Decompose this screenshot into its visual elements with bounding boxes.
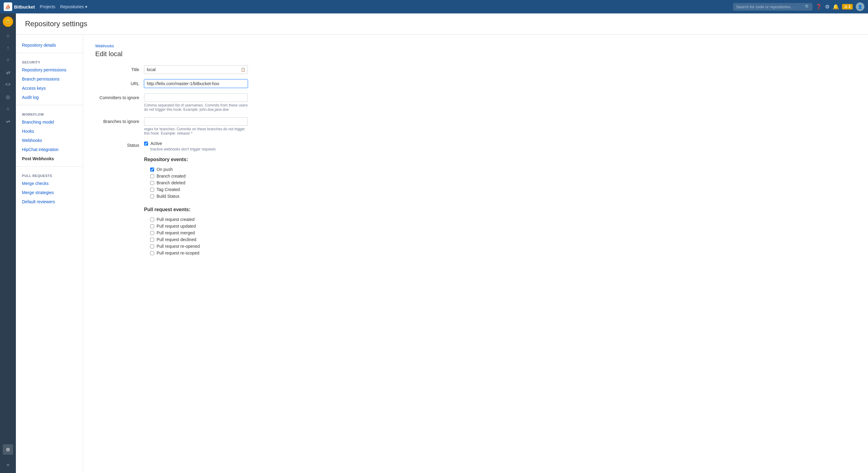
settings-icon[interactable]: ⚙ — [825, 4, 830, 10]
repo-event-row: Branch created — [95, 173, 856, 180]
sidebar-audit-log[interactable]: Audit log — [16, 93, 83, 102]
sidebar-merge-strategies[interactable]: Merge strategies — [16, 188, 83, 197]
pr-event-checkbox-5[interactable] — [150, 251, 154, 255]
repo-event-row: Branch deleted — [95, 180, 856, 186]
sidebar-webhooks[interactable]: Webhooks — [16, 136, 83, 145]
breadcrumb[interactable]: Webhooks — [95, 44, 856, 48]
pull-requests-section-label: PULL REQUESTS — [16, 170, 83, 179]
pr-event-checkbox-3[interactable] — [150, 238, 154, 242]
pr-events-title: Pull request events: — [95, 207, 856, 212]
url-row: URL — [95, 80, 856, 88]
branches-input[interactable] — [144, 117, 248, 126]
title-label: Title — [95, 65, 144, 72]
repo-event-checkbox-1[interactable] — [150, 174, 154, 178]
status-label: Status — [95, 141, 144, 148]
repo-event-checkbox-3[interactable] — [150, 188, 154, 192]
url-input[interactable] — [144, 80, 248, 88]
sidebar-access-keys[interactable]: Access keys — [16, 84, 83, 93]
committers-row: Committers to ignore Comma separated lis… — [95, 93, 856, 112]
security-section-label: SECURITY — [16, 56, 83, 65]
status-row: Status Active Inactive webhooks don't tr… — [95, 141, 856, 151]
repo-event-checkbox-4[interactable] — [150, 194, 154, 198]
repositories-dropdown[interactable]: Repositories ▾ — [60, 4, 87, 9]
pr-event-checkbox-2[interactable] — [150, 231, 154, 235]
committers-field: Comma separated list of usernames. Commi… — [144, 93, 248, 112]
notification-badge[interactable]: ⚠ 2 — [842, 4, 853, 9]
title-row: Title 📋 — [95, 65, 856, 74]
title-input[interactable] — [144, 65, 248, 74]
branches-label: Branches to ignore — [95, 117, 144, 124]
help-icon[interactable]: ❓ — [815, 4, 822, 10]
repo-events-title: Repository events: — [95, 157, 856, 162]
source-icon[interactable]: ⌂ — [3, 31, 13, 41]
search-input[interactable] — [733, 3, 812, 11]
expand-icon[interactable]: » — [3, 460, 13, 470]
branches-icon[interactable]: ⑂ — [3, 55, 13, 65]
repo-avatar[interactable]: 😊 — [3, 17, 13, 27]
event-label: Pull request declined — [157, 237, 196, 242]
commits-icon[interactable]: ↑ — [3, 43, 13, 53]
repo-event-checkbox-0[interactable] — [150, 167, 154, 171]
event-label: Pull request re-opened — [157, 244, 200, 249]
page-header: Repository settings — [16, 13, 868, 34]
event-label: Pull request updated — [157, 224, 196, 228]
fork-icon[interactable]: ⑃ — [3, 104, 13, 114]
event-label: On push — [157, 167, 173, 172]
pr-event-checkbox-0[interactable] — [150, 218, 154, 222]
event-label: Tag Created — [157, 187, 180, 192]
calendar-icon: 📋 — [241, 67, 245, 72]
sidebar-merge-checks[interactable]: Merge checks — [16, 179, 83, 188]
compare-icon[interactable]: ⇌ — [3, 116, 13, 126]
pr-event-row: Pull request updated — [95, 223, 856, 229]
chevron-down-icon: ▾ — [85, 4, 87, 9]
event-label: Build Status — [157, 194, 180, 199]
settings-rail-icon[interactable]: ⚙ — [3, 444, 13, 455]
inactive-hint: Inactive webhooks don't trigger requests — [150, 147, 248, 151]
main-panel: Webhooks Edit local Title 📋 URL — [83, 34, 868, 473]
branches-field: regex for branches. Commits on these bra… — [144, 117, 248, 135]
icon-rail: 😊 ⌂ ↑ ⑂ ⇄ <> ◎ ⑃ ⇌ ⚙ » — [0, 13, 16, 473]
event-label: Branch created — [157, 174, 186, 179]
repo-event-row: Tag Created — [95, 186, 856, 193]
sidebar-branching-model[interactable]: Branching model — [16, 118, 83, 127]
workflow-section-label: WORKFLOW — [16, 108, 83, 118]
pr-event-checkbox-1[interactable] — [150, 224, 154, 228]
sidebar-repo-permissions[interactable]: Repository permissions — [16, 65, 83, 74]
pr-event-row: Pull request merged — [95, 229, 856, 236]
pr-event-row: Pull request declined — [95, 236, 856, 243]
event-label: Pull request re-scoped — [157, 251, 199, 255]
repo-event-checkbox-2[interactable] — [150, 181, 154, 185]
committers-input[interactable] — [144, 93, 248, 102]
status-field: Active Inactive webhooks don't trigger r… — [144, 141, 248, 151]
committers-hint: Comma separated list of usernames. Commi… — [144, 103, 248, 112]
event-label: Pull request merged — [157, 230, 195, 235]
page-title: Repository settings — [25, 20, 859, 28]
repo-event-row: On push — [95, 166, 856, 173]
pr-event-checkbox-4[interactable] — [150, 245, 154, 248]
pipelines-icon[interactable]: ◎ — [3, 92, 13, 102]
url-field — [144, 80, 248, 88]
sidebar-branch-permissions[interactable]: Branch permissions — [16, 74, 83, 84]
active-label: Active — [151, 141, 162, 146]
search-icon: 🔍 — [805, 4, 810, 9]
code-icon[interactable]: <> — [3, 80, 13, 90]
sidebar-default-reviewers[interactable]: Default reviewers — [16, 197, 83, 206]
event-label: Pull request created — [157, 217, 195, 222]
url-label: URL — [95, 80, 144, 86]
projects-link[interactable]: Projects — [40, 4, 55, 9]
active-checkbox[interactable] — [144, 141, 148, 146]
logo[interactable]: ⛵ Bitbucket — [4, 2, 35, 11]
pr-event-row: Pull request re-scoped — [95, 250, 856, 256]
topnav: ⛵ Bitbucket Projects Repositories ▾ 🔍 ❓ … — [0, 0, 868, 13]
sidebar-hooks[interactable]: Hooks — [16, 127, 83, 136]
bell-icon[interactable]: 🔔 — [833, 4, 839, 10]
pr-events-list: Pull request createdPull request updated… — [95, 216, 856, 256]
sidebar-post-webhooks[interactable]: Post Webhooks — [16, 154, 83, 163]
sidebar-hipchat[interactable]: HipChat integration — [16, 145, 83, 154]
sidebar-repo-details[interactable]: Repository details — [16, 40, 83, 50]
branches-row: Branches to ignore regex for branches. C… — [95, 117, 856, 135]
repo-events-section: Repository events: On pushBranch created… — [95, 157, 856, 199]
pull-requests-icon[interactable]: ⇄ — [3, 67, 13, 77]
branches-hint: regex for branches. Commits on these bra… — [144, 127, 248, 135]
user-avatar[interactable]: 👤 — [856, 2, 864, 11]
